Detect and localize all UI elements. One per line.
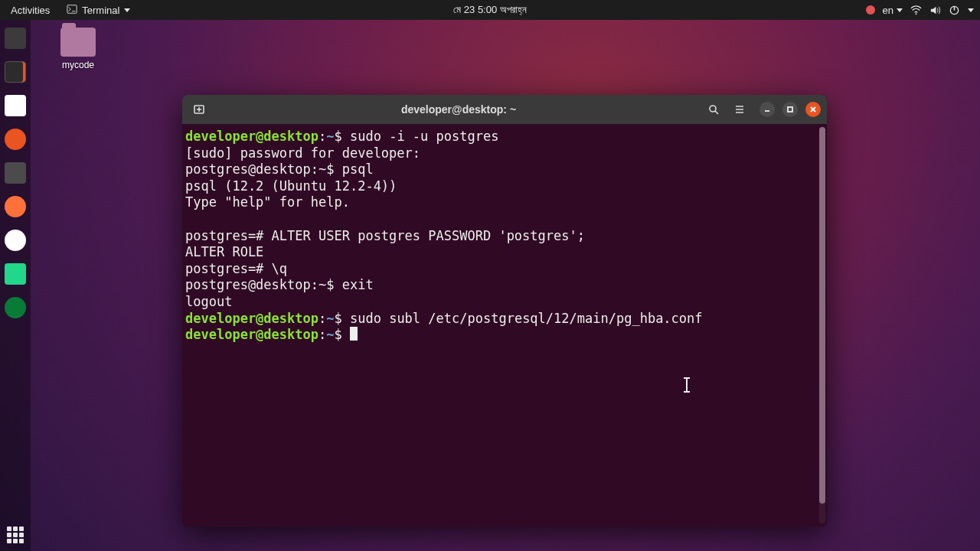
desktop-folder-label: mycode	[55, 60, 101, 70]
dock-sublime[interactable]	[5, 162, 26, 184]
top-panel: Activities Terminal মে 23 5:00 অপরাহ্ন e…	[0, 0, 980, 20]
terminal-viewport[interactable]: developer@desktop:~$ sudo -i -u postgres…	[182, 124, 827, 527]
dock-files[interactable]	[5, 28, 26, 49]
titlebar[interactable]: developer@desktop: ~	[182, 95, 827, 124]
svg-line-8	[715, 111, 718, 114]
desktop-folder-mycode[interactable]: mycode	[55, 28, 101, 70]
input-source[interactable]: en	[883, 5, 903, 16]
terminal-output[interactable]: developer@desktop:~$ sudo -i -u postgres…	[185, 129, 822, 344]
dock-ubuntu-software[interactable]	[5, 129, 26, 150]
chevron-down-icon	[897, 8, 903, 12]
new-tab-icon	[193, 103, 205, 116]
svg-rect-0	[67, 5, 77, 13]
dock-terminal[interactable]	[5, 61, 26, 83]
app-menu-label: Terminal	[82, 5, 119, 16]
dock-jetbrains[interactable]	[5, 297, 26, 318]
chevron-down-icon	[124, 8, 130, 12]
window-title: developer@desktop: ~	[214, 103, 703, 116]
screencast-indicator[interactable]	[866, 5, 875, 15]
search-button[interactable]	[703, 99, 724, 120]
dock	[0, 20, 31, 551]
volume-icon[interactable]	[929, 5, 941, 16]
clock[interactable]: মে 23 5:00 অপরাহ্ন	[453, 4, 527, 16]
scrollbar[interactable]	[819, 127, 825, 523]
terminal-window: developer@desktop: ~ developer@desktop:~…	[182, 95, 827, 527]
apps-grid-icon	[7, 527, 24, 543]
app-menu[interactable]: Terminal	[62, 4, 135, 17]
close-button[interactable]	[805, 102, 821, 117]
text-cursor-icon	[686, 378, 688, 392]
search-icon	[707, 103, 720, 116]
hamburger-menu-button[interactable]	[729, 99, 750, 120]
folder-icon	[60, 28, 96, 57]
dock-text-editor[interactable]	[5, 95, 26, 116]
activities-button[interactable]: Activities	[6, 5, 54, 16]
terminal-icon	[67, 4, 77, 17]
svg-rect-13	[788, 107, 792, 112]
minimize-button[interactable]	[760, 102, 775, 117]
dock-pycharm[interactable]	[5, 263, 26, 285]
show-applications[interactable]	[7, 527, 24, 543]
wifi-icon[interactable]	[910, 5, 922, 16]
dock-chrome[interactable]	[5, 230, 26, 251]
svg-point-7	[710, 106, 716, 112]
chevron-down-icon	[968, 8, 974, 12]
dock-firefox[interactable]	[5, 196, 26, 217]
maximize-button[interactable]	[782, 102, 798, 117]
scrollbar-thumb[interactable]	[819, 127, 825, 504]
power-icon[interactable]	[949, 5, 960, 16]
svg-point-1	[916, 13, 917, 15]
new-tab-button[interactable]	[188, 99, 210, 120]
menu-icon	[733, 103, 746, 116]
